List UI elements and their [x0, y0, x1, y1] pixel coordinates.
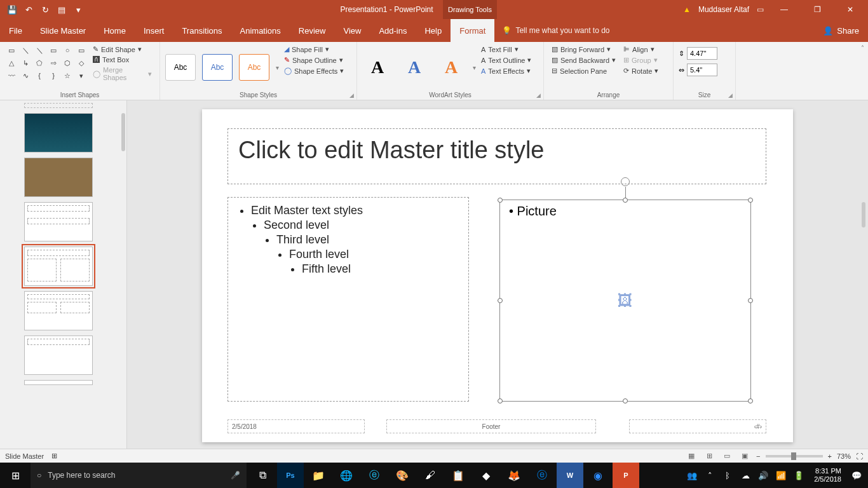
resize-handle[interactable]	[498, 298, 503, 303]
menu-review[interactable]: Review	[290, 19, 335, 42]
resize-handle[interactable]	[498, 198, 503, 203]
menu-slide-master[interactable]: Slide Master	[31, 19, 95, 42]
start-from-beginning-icon[interactable]: ▤	[55, 3, 69, 17]
text-effects-button[interactable]: AText Effects ▾	[478, 66, 534, 76]
zoom-slider[interactable]	[766, 455, 823, 458]
rotate-button[interactable]: ⟳Rotate ▾	[621, 66, 661, 76]
dialog-launcher-icon[interactable]: ◢	[728, 92, 733, 98]
app-icon[interactable]: ◆	[473, 463, 499, 488]
layout-thumb[interactable]	[24, 202, 93, 241]
slide-canvas-area[interactable]: Click to edit Master title style Edit Ma…	[127, 100, 868, 449]
zoom-out-icon[interactable]: −	[756, 452, 760, 460]
battery-icon[interactable]: 🔋	[792, 469, 805, 482]
shapes-gallery[interactable]: ▭＼＼▭○▭ △↳⬠⇨⬡◇ 〰∿{}☆▾	[5, 44, 88, 90]
wordart-preset-2[interactable]: A	[399, 52, 430, 83]
taskbar-search[interactable]: ○ Type here to search 🎤	[31, 463, 247, 488]
layout-thumb[interactable]	[24, 336, 93, 375]
wordart-gallery[interactable]: A A A ▾	[362, 44, 476, 90]
slide-number-placeholder[interactable]: ‹#›	[629, 419, 766, 433]
undo-icon[interactable]: ↶	[22, 3, 36, 17]
layout-thumb[interactable]	[24, 380, 93, 385]
menu-file[interactable]: File	[0, 19, 31, 42]
shape-fill-button[interactable]: ◢Shape Fill ▾	[281, 44, 346, 54]
body-placeholder[interactable]: Edit Master text styles Second level Thi…	[227, 197, 469, 402]
height-input[interactable]	[687, 47, 717, 60]
app-icon[interactable]: 📋	[445, 463, 471, 488]
menu-transitions[interactable]: Transitions	[173, 19, 231, 42]
style-preset-3[interactable]: Abc	[239, 54, 269, 81]
fit-to-window-icon[interactable]: ⛶	[856, 452, 863, 460]
menu-home[interactable]: Home	[95, 19, 135, 42]
onedrive-icon[interactable]: ☁	[739, 469, 752, 482]
text-box-button[interactable]: 🅰Text Box	[90, 55, 154, 64]
text-outline-button[interactable]: AText Outline ▾	[478, 55, 534, 65]
task-view-icon[interactable]: ⧉	[249, 463, 276, 488]
photoshop-icon[interactable]: Ps	[277, 463, 304, 488]
people-icon[interactable]: 👥	[686, 469, 698, 482]
paint-icon[interactable]: 🖌	[417, 463, 444, 488]
wifi-icon[interactable]: 📶	[775, 469, 787, 482]
close-button[interactable]: ✕	[837, 0, 863, 19]
tell-me-search[interactable]: 💡 Tell me what you want to do	[494, 26, 617, 35]
zoom-icon[interactable]: ◉	[585, 463, 611, 488]
layout-thumb[interactable]	[24, 103, 93, 108]
reading-view-icon[interactable]: ▭	[721, 451, 733, 462]
word-icon[interactable]: W	[557, 463, 583, 488]
title-placeholder[interactable]: Click to edit Master title style	[227, 128, 766, 184]
gallery-more-icon[interactable]: ▾	[473, 64, 476, 71]
gallery-more-icon[interactable]: ▾	[276, 64, 279, 71]
mic-icon[interactable]: 🎤	[231, 471, 240, 480]
maximize-button[interactable]: ❐	[804, 0, 830, 19]
bring-forward-button[interactable]: ▧Bring Forward ▾	[549, 44, 618, 54]
resize-handle[interactable]	[748, 198, 753, 203]
text-fill-button[interactable]: AText Fill ▾	[478, 44, 534, 54]
file-explorer-icon[interactable]: 📁	[305, 463, 332, 488]
shape-outline-button[interactable]: ✎Shape Outline ▾	[281, 55, 346, 65]
footer-placeholder[interactable]: Footer	[386, 419, 596, 433]
edge-icon[interactable]: ⓔ	[529, 463, 555, 488]
style-preset-1[interactable]: Abc	[165, 54, 196, 81]
shape-effects-button[interactable]: ◯Shape Effects ▾	[281, 66, 346, 76]
menu-animations[interactable]: Animations	[231, 19, 290, 42]
slide-sorter-icon[interactable]: ⊞	[703, 451, 715, 462]
ribbon-display-icon[interactable]: ▭	[757, 5, 764, 14]
selection-pane-button[interactable]: ⊟Selection Pane	[549, 66, 618, 76]
dialog-launcher-icon[interactable]: ◢	[536, 92, 541, 98]
slideshow-icon[interactable]: ▣	[738, 451, 751, 462]
menu-insert[interactable]: Insert	[135, 19, 173, 42]
edit-shape-button[interactable]: ✎Edit Shape ▾	[90, 44, 154, 54]
normal-view-icon[interactable]: ▦	[685, 451, 698, 462]
layout-thumb[interactable]	[24, 158, 93, 197]
qat-more-icon[interactable]: ▾	[71, 3, 85, 17]
taskbar-clock[interactable]: 8:31 PM 2/5/2018	[810, 467, 845, 484]
resize-handle[interactable]	[748, 398, 753, 403]
save-icon[interactable]: 💾	[5, 3, 19, 17]
align-button[interactable]: ⊫Align ▾	[621, 44, 661, 54]
zoom-in-icon[interactable]: +	[828, 452, 832, 460]
send-backward-button[interactable]: ▨Send Backward ▾	[549, 55, 618, 65]
group-button[interactable]: ⊞Group ▾	[621, 55, 661, 65]
volume-icon[interactable]: 🔊	[757, 469, 770, 482]
scrollbar-thumb[interactable]	[862, 202, 865, 227]
share-button[interactable]: 👤 Share	[814, 19, 868, 42]
layout-thumb-selected[interactable]	[24, 247, 93, 286]
start-button[interactable]: ⊞	[0, 463, 31, 488]
picture-icon[interactable]: 🖼	[618, 292, 633, 309]
picture-placeholder-selected[interactable]: • Picture 🖼	[499, 200, 751, 402]
date-placeholder[interactable]: 2/5/2018	[227, 419, 365, 433]
slide-thumbnail-panel[interactable]	[0, 100, 127, 449]
style-preset-2[interactable]: Abc	[202, 54, 233, 81]
layout-thumb[interactable]	[24, 291, 93, 330]
ie-icon[interactable]: ⓔ	[361, 463, 388, 488]
app-icon[interactable]: 🎨	[389, 463, 416, 488]
chrome-icon[interactable]: 🌐	[333, 463, 360, 488]
menu-addins[interactable]: Add-ins	[370, 19, 416, 42]
dialog-launcher-icon[interactable]: ◢	[349, 92, 354, 98]
menu-help[interactable]: Help	[416, 19, 451, 42]
bluetooth-icon[interactable]: ᛒ	[721, 469, 734, 482]
user-name[interactable]: Muddaser Altaf	[698, 5, 749, 14]
menu-format[interactable]: Format	[451, 19, 494, 42]
notifications-icon[interactable]: 💬	[850, 469, 863, 482]
zoom-level[interactable]: 73%	[837, 452, 851, 460]
firefox-icon[interactable]: 🦊	[501, 463, 527, 488]
